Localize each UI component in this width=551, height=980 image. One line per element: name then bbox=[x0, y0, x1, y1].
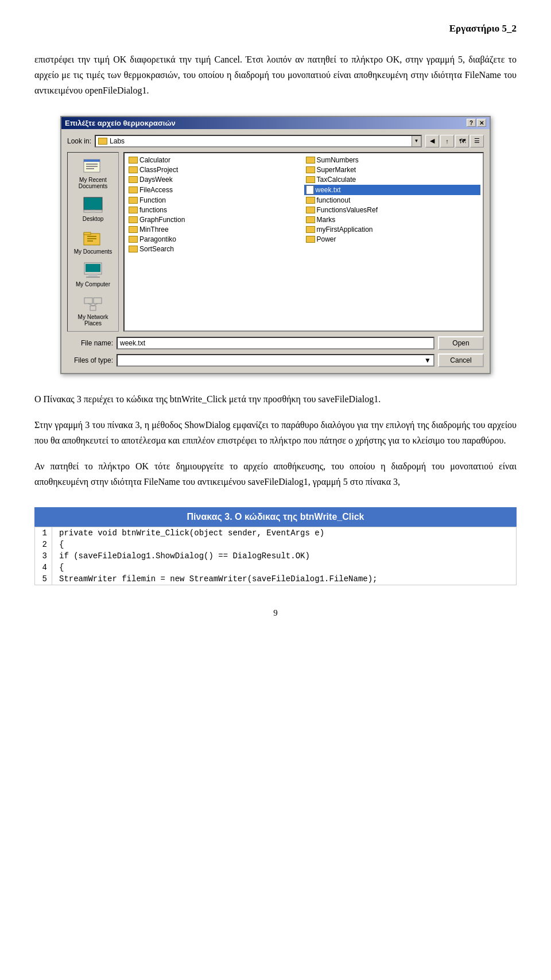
file-item[interactable]: ClassProject bbox=[127, 165, 304, 174]
code-line: { bbox=[52, 562, 517, 573]
file-item-label: functions bbox=[139, 206, 167, 214]
svg-rect-10 bbox=[87, 236, 96, 237]
sidebar-recent[interactable]: My RecentDocuments bbox=[70, 155, 116, 192]
mydocs-icon bbox=[83, 229, 103, 247]
dialog-toolbar: Look in: Labs ▼ ◀ ↑ 🗺 ☰ bbox=[67, 135, 484, 147]
sidebar-mydocs[interactable]: My Documents bbox=[70, 227, 116, 257]
svg-rect-1 bbox=[84, 160, 100, 162]
folder-icon bbox=[129, 176, 138, 183]
folder-icon bbox=[129, 246, 138, 252]
folder-icon bbox=[129, 226, 138, 233]
folder-icon bbox=[129, 157, 138, 164]
dialog-help-button[interactable]: ? bbox=[467, 119, 476, 127]
code-row: 3 if (saveFileDialog1.ShowDialog() == Di… bbox=[35, 550, 517, 562]
sidebar-mydocs-label: My Documents bbox=[74, 248, 112, 255]
svg-rect-3 bbox=[86, 166, 98, 167]
file-item-label: DaysWeek bbox=[139, 176, 173, 184]
file-item[interactable]: MinThree bbox=[127, 225, 304, 234]
file-item[interactable]: FileAccess bbox=[127, 185, 304, 195]
file-item[interactable]: FunctionsValuesRef bbox=[304, 205, 481, 215]
line-number: 4 bbox=[35, 562, 52, 573]
file-item[interactable]: SortSearch bbox=[127, 244, 304, 254]
code-table: 1private void btnWrite_Click(object send… bbox=[34, 527, 517, 585]
file-item[interactable]: TaxCalculate bbox=[304, 175, 481, 184]
file-item-label: Power bbox=[317, 235, 336, 243]
code-row: 1private void btnWrite_Click(object send… bbox=[35, 527, 517, 539]
file-item-label: Function bbox=[139, 196, 166, 204]
file-item[interactable]: Calculator bbox=[127, 155, 304, 165]
intro-text: επιστρέφει την τιμή ΟΚ διαφορετικά την τ… bbox=[34, 55, 517, 95]
cancel-button[interactable]: Cancel bbox=[438, 353, 484, 367]
code-row: 4 { bbox=[35, 562, 517, 573]
file-item[interactable]: Power bbox=[304, 235, 481, 244]
svg-rect-2 bbox=[86, 164, 98, 165]
dialog-titlebar-buttons: ? ✕ bbox=[467, 119, 486, 127]
network-icon bbox=[83, 294, 103, 313]
file-item-label: myFirstApplication bbox=[317, 225, 373, 234]
code-table-wrapper: Πίνακας 3. Ο κώδικας της btnWrite_Click … bbox=[34, 507, 517, 585]
filename-label: File name: bbox=[67, 339, 113, 347]
sidebar-desktop-label: Desktop bbox=[83, 216, 104, 222]
code-line: if (saveFileDialog1.ShowDialog() == Dial… bbox=[52, 550, 517, 562]
folder-icon bbox=[306, 197, 315, 204]
file-item-label: MinThree bbox=[139, 225, 169, 234]
file-item[interactable]: SuperMarket bbox=[304, 165, 481, 174]
dialog-bottom: File name: Open Files of type: ▼ Cancel bbox=[67, 336, 484, 367]
paragraph3-text: Στην γραμμή 3 του πίνακα 3, η μέθοδος Sh… bbox=[34, 420, 517, 445]
file-item[interactable]: Function bbox=[127, 196, 304, 205]
file-item[interactable]: Marks bbox=[304, 215, 481, 224]
line-number: 1 bbox=[35, 527, 52, 539]
lookin-combo[interactable]: Labs ▼ bbox=[95, 135, 422, 147]
filename-row: File name: Open bbox=[67, 336, 484, 350]
file-item-label: week.txt bbox=[316, 186, 341, 194]
code-row: 2{ bbox=[35, 539, 517, 550]
file-item[interactable]: functions bbox=[127, 205, 304, 215]
file-item[interactable]: GraphFunction bbox=[127, 215, 304, 224]
sidebar-desktop[interactable]: Desktop bbox=[70, 194, 116, 224]
svg-rect-18 bbox=[94, 298, 102, 304]
sidebar-network[interactable]: My NetworkPlaces bbox=[70, 292, 116, 329]
file-item[interactable]: functionout bbox=[304, 196, 481, 205]
file-item[interactable]: Paragontiko bbox=[127, 235, 304, 244]
file-item-label: GraphFunction bbox=[139, 216, 185, 224]
filename-input[interactable] bbox=[117, 337, 434, 349]
sidebar-recent-label: My RecentDocuments bbox=[79, 177, 108, 189]
folder-icon bbox=[306, 157, 315, 164]
code-table-header: Πίνακας 3. Ο κώδικας της btnWrite_Click bbox=[34, 507, 517, 527]
toolbar-newmap-button[interactable]: 🗺 bbox=[455, 135, 469, 147]
lookin-folder-icon bbox=[98, 138, 107, 145]
line-number: 2 bbox=[35, 539, 52, 550]
code-table-body: 1private void btnWrite_Click(object send… bbox=[35, 527, 517, 585]
file-item-label: SortSearch bbox=[139, 245, 174, 253]
toolbar-view-button[interactable]: ☰ bbox=[470, 135, 484, 147]
folder-icon bbox=[129, 216, 138, 223]
folder-icon bbox=[129, 207, 138, 213]
page-header: Εργαστήριο 5_2 bbox=[34, 23, 517, 34]
toolbar-up-button[interactable]: ↑ bbox=[440, 135, 454, 147]
sidebar-mycomputer-label: My Computer bbox=[76, 281, 110, 287]
file-list[interactable]: CalculatorSumNumbersClassProjectSuperMar… bbox=[123, 152, 484, 332]
file-item[interactable]: DaysWeek bbox=[127, 175, 304, 184]
sidebar-mycomputer[interactable]: My Computer bbox=[70, 259, 116, 290]
file-item[interactable]: SumNumbers bbox=[304, 155, 481, 165]
filetype-combo[interactable]: ▼ bbox=[117, 354, 434, 367]
dialog-close-button[interactable]: ✕ bbox=[477, 119, 486, 127]
intro-paragraph: επιστρέφει την τιμή ΟΚ διαφορετικά την τ… bbox=[34, 52, 517, 99]
folder-icon bbox=[129, 236, 138, 243]
page-number: 9 bbox=[273, 608, 278, 617]
file-item-label: Marks bbox=[317, 216, 336, 224]
svg-rect-9 bbox=[84, 232, 91, 235]
dialog-titlebar: Επιλέξτε αρχείο θερμοκρασιών ? ✕ bbox=[61, 117, 490, 129]
folder-icon bbox=[129, 197, 138, 204]
paragraph2: Ο Πίνακας 3 περιέχει το κώδικα της btnWr… bbox=[34, 391, 517, 407]
code-line: { bbox=[52, 539, 517, 550]
code-line: private void btnWrite_Click(object sende… bbox=[52, 527, 517, 539]
lookin-arrow-icon[interactable]: ▼ bbox=[412, 136, 421, 146]
svg-rect-17 bbox=[84, 298, 92, 304]
toolbar-back-button[interactable]: ◀ bbox=[425, 135, 439, 147]
file-item[interactable]: week.txt bbox=[304, 185, 481, 195]
open-button[interactable]: Open bbox=[438, 336, 484, 350]
file-item-label: Calculator bbox=[139, 156, 170, 164]
file-item-label: TaxCalculate bbox=[317, 176, 356, 184]
file-item[interactable]: myFirstApplication bbox=[304, 225, 481, 234]
